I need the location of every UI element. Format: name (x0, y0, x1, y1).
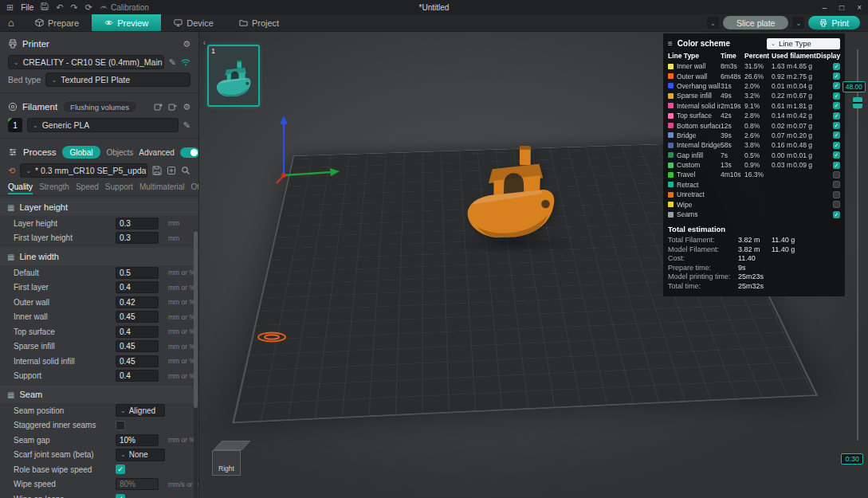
display-checkbox[interactable]: ✓ (833, 112, 840, 120)
time-value: 8m3s (721, 62, 744, 70)
remove-filament-icon[interactable] (168, 102, 178, 112)
save-preset-icon[interactable] (152, 166, 162, 175)
layer-slider-handle[interactable] (853, 97, 862, 108)
param-input-layer-height[interactable]: 0.3 (116, 218, 159, 229)
close-button[interactable]: × (857, 3, 862, 12)
settings-tab-quality[interactable]: Quality (8, 180, 33, 194)
edit-filament-icon[interactable]: ✎ (183, 120, 190, 131)
print-button[interactable]: Print (808, 16, 860, 29)
display-checkbox[interactable]: ✓ (833, 82, 840, 89)
legend-row-top-surface: Top surface42s2.8%0.14 m0.42 g✓ (668, 111, 840, 120)
flushing-volumes-button[interactable]: Flushing volumes (62, 100, 137, 113)
param-input-default[interactable]: 0.5 (116, 267, 159, 279)
section-title: Seam (19, 390, 42, 399)
section-header-line-width[interactable]: ▦Line width (0, 248, 198, 265)
home-button[interactable]: ⌂ (0, 14, 22, 31)
param-checkbox-wipe-on-loops[interactable]: ✓ (116, 494, 125, 498)
view-cube[interactable]: Right (212, 441, 247, 476)
section-header-seam[interactable]: ▦Seam (0, 386, 198, 403)
viewport-3d[interactable]: ‹ 1 Right 48.00 0:30 ≡ Co (199, 32, 868, 498)
display-checkbox[interactable]: ✓ (833, 122, 840, 129)
tab-device[interactable]: Device (161, 14, 226, 31)
param-input-inner-wall[interactable]: 0.45 (116, 311, 159, 323)
tab-project[interactable]: Project (226, 14, 292, 31)
line-type-label: Travel (677, 171, 695, 178)
param-input-seam-gap[interactable]: 10% (116, 434, 159, 446)
color-swatch (668, 152, 674, 158)
display-checkbox[interactable]: ✓ (833, 142, 840, 149)
printer-preset-select[interactable]: ⌄ CREALITY - CR10 SE (0.4mm)_Main (8, 55, 164, 69)
scrollbar-thumb[interactable] (194, 231, 198, 408)
plate-thumbnail[interactable]: 1 (207, 45, 260, 107)
display-checkbox[interactable]: ✓ (833, 63, 840, 70)
param-input-support[interactable]: 0.4 (116, 370, 159, 382)
process-objects-tab[interactable]: Objects (106, 148, 133, 157)
param-input-wipe-speed[interactable]: 80% (116, 478, 159, 490)
filament-settings-gear-icon[interactable]: ⚙ (183, 102, 190, 112)
display-checkbox[interactable] (833, 191, 840, 198)
legend-menu-icon[interactable]: ≡ (668, 39, 673, 48)
reset-history-icon[interactable]: ⟲ (8, 166, 15, 176)
printer-settings-gear-icon[interactable]: ⚙ (183, 39, 190, 49)
param-input-internal-solid-infill[interactable]: 0.45 (116, 355, 159, 367)
save-icon[interactable] (41, 2, 49, 12)
param-label: Outer wall (14, 298, 116, 307)
process-global-tab[interactable]: Global (62, 146, 101, 159)
settings-tab-oth[interactable]: Oth... (191, 180, 198, 194)
display-checkbox[interactable]: ✓ (833, 102, 840, 109)
slice-plate-button[interactable]: Slice plate (723, 16, 788, 29)
sidebar-scrollbar[interactable] (194, 229, 198, 498)
settings-tab-strength[interactable]: Strength (39, 180, 69, 194)
display-checkbox[interactable] (833, 181, 840, 188)
minimize-button[interactable]: – (823, 3, 827, 12)
param-input-first-layer-height[interactable]: 0.3 (116, 232, 159, 244)
filament-section-title: Filament (22, 102, 57, 112)
param-input-top-surface[interactable]: 0.4 (116, 326, 159, 338)
refresh-icon[interactable]: ⟳ (85, 3, 92, 12)
benchy-model[interactable] (464, 142, 561, 242)
param-input-outer-wall[interactable]: 0.42 (116, 296, 159, 308)
tab-prepare[interactable]: Prepare (22, 14, 92, 31)
search-icon[interactable] (181, 166, 190, 175)
color-swatch (668, 83, 674, 88)
edit-printer-icon[interactable]: ✎ (169, 57, 176, 68)
settings-tab-multimaterial[interactable]: Multimaterial (139, 180, 185, 194)
param-checkbox-staggered-inner-seams[interactable] (116, 421, 125, 430)
print-dropdown-chevron-icon[interactable]: ⌄ (792, 17, 804, 29)
settings-tab-support[interactable]: Support (105, 180, 133, 194)
maximize-button[interactable]: □ (839, 3, 844, 12)
param-input-sparse-infill[interactable]: 0.45 (116, 340, 159, 352)
wifi-icon[interactable] (181, 57, 190, 67)
redo-icon[interactable]: ↷ (71, 3, 78, 12)
display-checkbox[interactable]: ✓ (833, 162, 840, 169)
undo-icon[interactable]: ↶ (56, 3, 63, 12)
param-checkbox-role-base-wipe-speed[interactable]: ✓ (116, 465, 125, 474)
display-checkbox[interactable]: ✓ (833, 151, 840, 159)
calibration-menu[interactable]: Calibration (100, 2, 149, 12)
display-checkbox[interactable]: ✓ (833, 131, 840, 139)
advanced-toggle[interactable] (180, 147, 199, 158)
param-select-seam-position[interactable]: ⌄Aligned (116, 404, 165, 417)
display-checkbox[interactable] (833, 201, 840, 208)
section-header-layer-height[interactable]: ▦Layer height (0, 198, 198, 216)
display-checkbox[interactable]: ✓ (833, 92, 840, 100)
color-swatch (668, 202, 674, 207)
bed-type-select[interactable]: ⌄ Textured PEI Plate (45, 73, 190, 87)
export-preset-icon[interactable] (167, 166, 176, 175)
app-menu-icon[interactable]: ⊞ (6, 3, 14, 12)
view-mode-select[interactable]: ⌄ Line Type (767, 38, 840, 49)
process-preset-select[interactable]: ⌄ * 0.3 mm_CR10 SE_P5_updated (20, 163, 147, 178)
display-checkbox[interactable]: ✓ (833, 73, 840, 80)
display-checkbox[interactable]: ✓ (833, 211, 840, 218)
filament-preset-select[interactable]: ⌄ Generic PLA (27, 118, 179, 132)
file-menu[interactable]: File (21, 3, 33, 12)
param-select-scarf-joint-seam-beta[interactable]: ⌄None (116, 449, 165, 461)
add-filament-icon[interactable] (154, 102, 163, 112)
display-checkbox[interactable] (833, 171, 840, 178)
tab-preview[interactable]: Preview (92, 14, 161, 31)
param-input-first-layer[interactable]: 0.4 (116, 281, 159, 293)
settings-tab-speed[interactable]: Speed (76, 180, 99, 194)
slice-dropdown-chevron-icon[interactable]: ⌄ (707, 17, 719, 29)
filament-slot-badge[interactable]: 1 (8, 118, 22, 132)
time-slider-handle[interactable]: 0:30 (841, 453, 863, 465)
